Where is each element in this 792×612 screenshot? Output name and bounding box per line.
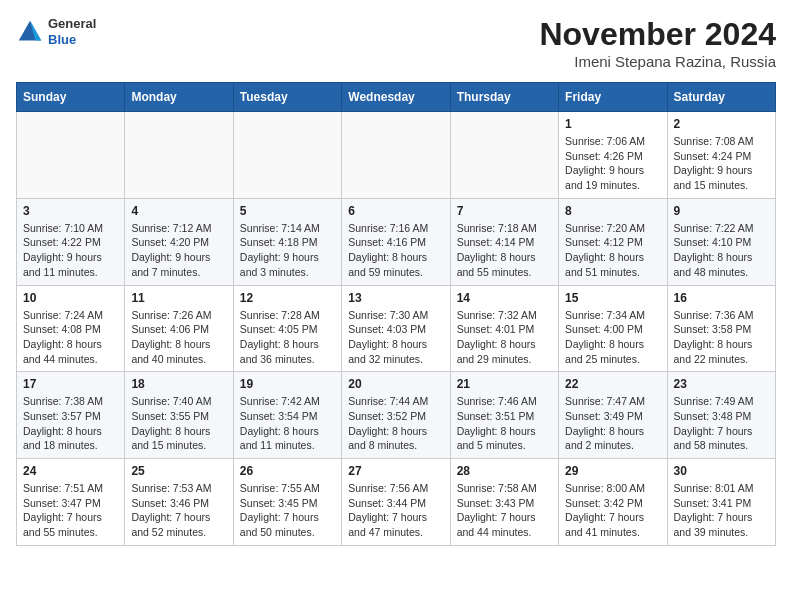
day-info: Sunrise: 7:44 AM Sunset: 3:52 PM Dayligh…: [348, 394, 443, 453]
week-row-1: 1Sunrise: 7:06 AM Sunset: 4:26 PM Daylig…: [17, 112, 776, 199]
day-info: Sunrise: 7:36 AM Sunset: 3:58 PM Dayligh…: [674, 308, 769, 367]
day-number: 14: [457, 291, 552, 305]
day-number: 11: [131, 291, 226, 305]
header-tuesday: Tuesday: [233, 83, 341, 112]
day-info: Sunrise: 7:40 AM Sunset: 3:55 PM Dayligh…: [131, 394, 226, 453]
cell-week5-day6: 30Sunrise: 8:01 AM Sunset: 3:41 PM Dayli…: [667, 459, 775, 546]
day-number: 26: [240, 464, 335, 478]
day-info: Sunrise: 7:30 AM Sunset: 4:03 PM Dayligh…: [348, 308, 443, 367]
day-number: 16: [674, 291, 769, 305]
cell-week5-day4: 28Sunrise: 7:58 AM Sunset: 3:43 PM Dayli…: [450, 459, 558, 546]
week-row-3: 10Sunrise: 7:24 AM Sunset: 4:08 PM Dayli…: [17, 285, 776, 372]
cell-week3-day0: 10Sunrise: 7:24 AM Sunset: 4:08 PM Dayli…: [17, 285, 125, 372]
cell-week5-day3: 27Sunrise: 7:56 AM Sunset: 3:44 PM Dayli…: [342, 459, 450, 546]
cell-week2-day2: 5Sunrise: 7:14 AM Sunset: 4:18 PM Daylig…: [233, 198, 341, 285]
cell-week3-day5: 15Sunrise: 7:34 AM Sunset: 4:00 PM Dayli…: [559, 285, 667, 372]
day-info: Sunrise: 7:24 AM Sunset: 4:08 PM Dayligh…: [23, 308, 118, 367]
cell-week1-day3: [342, 112, 450, 199]
day-number: 23: [674, 377, 769, 391]
day-number: 4: [131, 204, 226, 218]
cell-week4-day4: 21Sunrise: 7:46 AM Sunset: 3:51 PM Dayli…: [450, 372, 558, 459]
location-title: Imeni Stepana Razina, Russia: [539, 53, 776, 70]
week-row-4: 17Sunrise: 7:38 AM Sunset: 3:57 PM Dayli…: [17, 372, 776, 459]
cell-week4-day0: 17Sunrise: 7:38 AM Sunset: 3:57 PM Dayli…: [17, 372, 125, 459]
cell-week3-day6: 16Sunrise: 7:36 AM Sunset: 3:58 PM Dayli…: [667, 285, 775, 372]
week-row-2: 3Sunrise: 7:10 AM Sunset: 4:22 PM Daylig…: [17, 198, 776, 285]
day-number: 20: [348, 377, 443, 391]
header: General Blue November 2024 Imeni Stepana…: [16, 16, 776, 70]
cell-week5-day2: 26Sunrise: 7:55 AM Sunset: 3:45 PM Dayli…: [233, 459, 341, 546]
day-number: 21: [457, 377, 552, 391]
cell-week4-day1: 18Sunrise: 7:40 AM Sunset: 3:55 PM Dayli…: [125, 372, 233, 459]
day-info: Sunrise: 7:06 AM Sunset: 4:26 PM Dayligh…: [565, 134, 660, 193]
day-number: 9: [674, 204, 769, 218]
day-number: 8: [565, 204, 660, 218]
day-number: 25: [131, 464, 226, 478]
cell-week2-day4: 7Sunrise: 7:18 AM Sunset: 4:14 PM Daylig…: [450, 198, 558, 285]
header-wednesday: Wednesday: [342, 83, 450, 112]
day-info: Sunrise: 7:08 AM Sunset: 4:24 PM Dayligh…: [674, 134, 769, 193]
day-info: Sunrise: 7:55 AM Sunset: 3:45 PM Dayligh…: [240, 481, 335, 540]
day-number: 2: [674, 117, 769, 131]
week-row-5: 24Sunrise: 7:51 AM Sunset: 3:47 PM Dayli…: [17, 459, 776, 546]
day-number: 22: [565, 377, 660, 391]
day-number: 17: [23, 377, 118, 391]
cell-week2-day6: 9Sunrise: 7:22 AM Sunset: 4:10 PM Daylig…: [667, 198, 775, 285]
logo: General Blue: [16, 16, 96, 47]
day-number: 5: [240, 204, 335, 218]
day-info: Sunrise: 7:22 AM Sunset: 4:10 PM Dayligh…: [674, 221, 769, 280]
day-info: Sunrise: 7:18 AM Sunset: 4:14 PM Dayligh…: [457, 221, 552, 280]
logo-general: General: [48, 16, 96, 32]
day-info: Sunrise: 7:12 AM Sunset: 4:20 PM Dayligh…: [131, 221, 226, 280]
cell-week1-day2: [233, 112, 341, 199]
cell-week4-day2: 19Sunrise: 7:42 AM Sunset: 3:54 PM Dayli…: [233, 372, 341, 459]
day-number: 15: [565, 291, 660, 305]
day-number: 29: [565, 464, 660, 478]
day-info: Sunrise: 7:20 AM Sunset: 4:12 PM Dayligh…: [565, 221, 660, 280]
month-title: November 2024: [539, 16, 776, 53]
calendar-body: 1Sunrise: 7:06 AM Sunset: 4:26 PM Daylig…: [17, 112, 776, 546]
header-monday: Monday: [125, 83, 233, 112]
cell-week4-day6: 23Sunrise: 7:49 AM Sunset: 3:48 PM Dayli…: [667, 372, 775, 459]
day-number: 6: [348, 204, 443, 218]
calendar-table: SundayMondayTuesdayWednesdayThursdayFrid…: [16, 82, 776, 546]
cell-week4-day5: 22Sunrise: 7:47 AM Sunset: 3:49 PM Dayli…: [559, 372, 667, 459]
day-info: Sunrise: 7:28 AM Sunset: 4:05 PM Dayligh…: [240, 308, 335, 367]
day-number: 3: [23, 204, 118, 218]
day-info: Sunrise: 8:01 AM Sunset: 3:41 PM Dayligh…: [674, 481, 769, 540]
day-info: Sunrise: 7:46 AM Sunset: 3:51 PM Dayligh…: [457, 394, 552, 453]
logo-icon: [16, 18, 44, 46]
header-row: SundayMondayTuesdayWednesdayThursdayFrid…: [17, 83, 776, 112]
cell-week3-day3: 13Sunrise: 7:30 AM Sunset: 4:03 PM Dayli…: [342, 285, 450, 372]
header-thursday: Thursday: [450, 83, 558, 112]
day-info: Sunrise: 7:56 AM Sunset: 3:44 PM Dayligh…: [348, 481, 443, 540]
cell-week5-day5: 29Sunrise: 8:00 AM Sunset: 3:42 PM Dayli…: [559, 459, 667, 546]
day-number: 30: [674, 464, 769, 478]
day-info: Sunrise: 7:38 AM Sunset: 3:57 PM Dayligh…: [23, 394, 118, 453]
day-info: Sunrise: 7:14 AM Sunset: 4:18 PM Dayligh…: [240, 221, 335, 280]
cell-week2-day5: 8Sunrise: 7:20 AM Sunset: 4:12 PM Daylig…: [559, 198, 667, 285]
day-info: Sunrise: 7:49 AM Sunset: 3:48 PM Dayligh…: [674, 394, 769, 453]
cell-week3-day1: 11Sunrise: 7:26 AM Sunset: 4:06 PM Dayli…: [125, 285, 233, 372]
day-info: Sunrise: 7:53 AM Sunset: 3:46 PM Dayligh…: [131, 481, 226, 540]
day-info: Sunrise: 7:58 AM Sunset: 3:43 PM Dayligh…: [457, 481, 552, 540]
cell-week1-day5: 1Sunrise: 7:06 AM Sunset: 4:26 PM Daylig…: [559, 112, 667, 199]
day-info: Sunrise: 8:00 AM Sunset: 3:42 PM Dayligh…: [565, 481, 660, 540]
cell-week3-day2: 12Sunrise: 7:28 AM Sunset: 4:05 PM Dayli…: [233, 285, 341, 372]
cell-week5-day1: 25Sunrise: 7:53 AM Sunset: 3:46 PM Dayli…: [125, 459, 233, 546]
day-number: 27: [348, 464, 443, 478]
day-number: 1: [565, 117, 660, 131]
title-area: November 2024 Imeni Stepana Razina, Russ…: [539, 16, 776, 70]
day-info: Sunrise: 7:10 AM Sunset: 4:22 PM Dayligh…: [23, 221, 118, 280]
cell-week2-day1: 4Sunrise: 7:12 AM Sunset: 4:20 PM Daylig…: [125, 198, 233, 285]
day-info: Sunrise: 7:34 AM Sunset: 4:00 PM Dayligh…: [565, 308, 660, 367]
day-number: 28: [457, 464, 552, 478]
cell-week2-day3: 6Sunrise: 7:16 AM Sunset: 4:16 PM Daylig…: [342, 198, 450, 285]
day-number: 13: [348, 291, 443, 305]
logo-blue: Blue: [48, 32, 96, 48]
cell-week4-day3: 20Sunrise: 7:44 AM Sunset: 3:52 PM Dayli…: [342, 372, 450, 459]
cell-week5-day0: 24Sunrise: 7:51 AM Sunset: 3:47 PM Dayli…: [17, 459, 125, 546]
logo-text: General Blue: [48, 16, 96, 47]
day-info: Sunrise: 7:16 AM Sunset: 4:16 PM Dayligh…: [348, 221, 443, 280]
calendar-header: SundayMondayTuesdayWednesdayThursdayFrid…: [17, 83, 776, 112]
